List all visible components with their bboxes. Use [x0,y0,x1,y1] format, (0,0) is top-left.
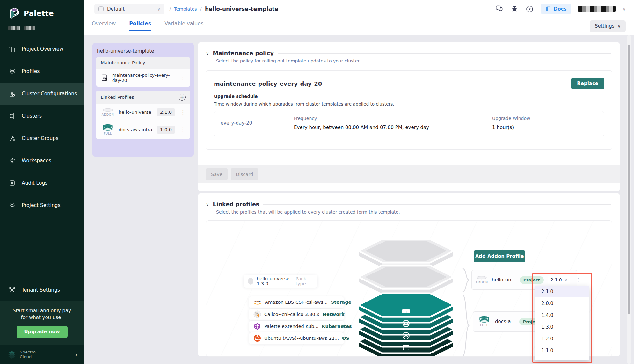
sidebar-item-label: Audit Logs [22,180,47,186]
form-actions: Save Discard [198,165,620,183]
compass-icon[interactable] [526,5,534,13]
chat-icon[interactable] [495,5,503,13]
version-option[interactable]: 2.1.0 [535,286,589,297]
divider [326,84,567,84]
pack-name: Ubuntu (AWS)--ubuntu-aws 22... [264,336,339,341]
settings-button[interactable]: Settings ∨ [590,20,626,32]
palette-logo-icon [8,7,20,20]
project-selector[interactable]: Default ∨ [94,4,164,14]
tools-icon [8,286,16,294]
tab-policies[interactable]: Policies [129,20,151,31]
frequency-label: Frequency [294,116,492,121]
topbar-actions: Docs ∨ [495,4,626,14]
breadcrumb-current: hello-universe-template [205,6,278,12]
pack-row-os[interactable]: Ubuntu (AWS)--ubuntu-aws 22... OS [249,332,344,344]
linked-profiles-title: Linked Profiles [101,95,134,100]
spectro-cloud-logo-icon [7,350,17,360]
upgrade-now-button[interactable]: Upgrade now [17,326,68,338]
sidebar-item-audit-logs[interactable]: Audit Logs [0,172,84,194]
version-option[interactable]: 1.4.0 [535,309,589,321]
policy-document-icon [101,74,108,82]
replace-button[interactable]: Replace [571,78,604,89]
section-title: Linked profiles [213,201,259,207]
linked-profiles-card: Linked Profiles + ADDON hello-universe 2… [96,91,190,139]
spectro-cloud-label: Spectro Cloud [20,350,36,360]
redacted-block [8,26,20,30]
connector-line [345,326,389,326]
sidebar-item-workspaces[interactable]: Workspaces [0,149,84,172]
main-content: hello-universe-template Maintenance Poli… [84,35,634,364]
pack-pill-name: hello-universe 1.3.0 [257,276,292,286]
pack-tag: Kubernetes [322,324,352,329]
upsell-panel: Start small and only pay for what you us… [0,301,84,345]
ubuntu-icon [253,334,261,342]
profile-name: docs-aws-infra [119,127,153,132]
docs-button[interactable]: Docs [541,4,571,14]
pack-tag: Storage [331,300,352,305]
profile-row-docs-aws-infra[interactable]: FULL docs-aws-infra 1.0.0 ⋮ [96,120,190,139]
maintenance-policy-item[interactable]: maintenance-policy-every-day-20 ⋮ [96,69,190,87]
kebab-menu-icon[interactable]: ⋮ [179,127,187,133]
sidebar-item-profiles[interactable]: Profiles [0,60,84,83]
collapse-section-icon[interactable]: ∨ [206,202,209,207]
kebab-menu-icon[interactable]: ⋮ [179,109,187,115]
version-option[interactable]: 1.3.0 [535,321,589,333]
sidebar-item-clusters[interactable]: Clusters [0,105,84,127]
breadcrumb-link-templates[interactable]: Templates [174,6,197,11]
maintenance-policy-header: Maintenance Policy [96,57,190,69]
tab-overview[interactable]: Overview [92,20,116,31]
connector-line [317,281,365,281]
sidebar-item-tenant-settings[interactable]: Tenant Settings [0,279,84,301]
redacted-username [578,6,616,12]
full-type-icon: FULL [477,316,491,327]
policy-title-row: maintenance-policy-every-day-20 Replace [214,78,604,89]
version-option[interactable]: 2.0.0 [535,297,589,309]
svg-text:aws: aws [254,300,261,303]
schedule-name: every-day-20 [221,116,294,130]
sidebar-nav: Project Overview Profiles Cluster Config… [0,38,84,216]
sidebar-item-cluster-groups[interactable]: Cluster Groups [0,127,84,149]
brand-logo: Palette [0,0,84,23]
user-menu-chevron-icon[interactable]: ∨ [623,7,626,11]
pack-row-storage[interactable]: aws Amazon EBS CSI--csi-aws... Storage [249,296,344,308]
save-button[interactable]: Save [206,168,228,180]
policy-detail-card: maintenance-policy-every-day-20 Replace … [206,70,612,150]
add-addon-profile-button[interactable]: Add Addon Profile [474,250,525,262]
sidebar-item-label: Workspaces [22,158,51,164]
sidebar-item-project-overview[interactable]: Project Overview [0,38,84,60]
add-profile-icon[interactable]: + [179,94,186,101]
pack-name: Calico--cni-calico 3.30.x [264,312,319,317]
upgrade-window-label: Upgrade Window [492,116,597,121]
sidebar-item-project-settings[interactable]: Project Settings [0,194,84,216]
version-option[interactable]: 1.2.0 [535,333,589,345]
section-subtitle: Select the profiles that will be applied… [198,207,620,215]
document-check-icon [8,90,16,98]
sidebar-item-label: Project Overview [22,46,63,52]
scrollbar-thumb[interactable] [628,45,630,314]
profile-name: hello-universe [119,110,153,115]
project-chart-icon [98,6,104,12]
bug-icon[interactable] [510,5,519,13]
collapse-sidebar-icon[interactable]: ‹ [75,351,77,359]
pack-type-pill[interactable]: hello-universe 1.3.0 Pack type [244,275,317,288]
template-name: hello-universe-template [96,46,190,57]
discard-button[interactable]: Discard [231,168,259,180]
brace-full [462,294,470,357]
sidebar: Palette Project Overview Profiles [0,0,84,364]
profile-row-hello-universe[interactable]: ADDON hello-universe 2.1.0 ⋮ [96,104,190,120]
sidebar-item-cluster-configurations[interactable]: Cluster Configurations [0,83,84,105]
pack-row-kubernetes[interactable]: Palette eXtended Kub... Kubernetes [249,321,344,332]
version-option[interactable]: 1.1.0 [535,345,589,356]
addon-type-icon: ADDON [476,276,488,284]
pack-row-network[interactable]: Calico--cni-calico 3.30.x Network [249,309,344,320]
collapse-section-icon[interactable]: ∨ [206,51,209,56]
topbar-row-2: Overview Policies Variable values Settin… [84,18,634,35]
upgrade-window-value: 1 hour(s) [492,125,597,130]
tab-variable-values[interactable]: Variable values [164,20,203,31]
maintenance-section-header: ∨ Maintenance policy [198,42,620,56]
kebab-menu-icon[interactable]: ⋮ [179,75,187,81]
policy-name: maintenance-policy-every-day-20 [214,80,322,87]
sidebar-item-label: Cluster Groups [22,135,58,141]
section-title: Maintenance policy [213,50,274,56]
pack-name: Amazon EBS CSI--csi-aws... [265,300,328,305]
